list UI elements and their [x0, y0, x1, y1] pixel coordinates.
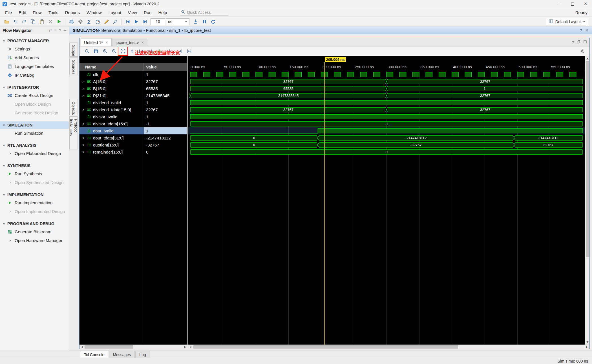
open-project-button[interactable]: [2, 18, 11, 26]
goto-start-button[interactable]: [167, 47, 176, 55]
cursor-time-label[interactable]: 205.004 ns: [325, 57, 346, 62]
zoom-cursor-button[interactable]: [127, 47, 136, 55]
wave-row-dout-tdata-31-0[interactable]: 0-21474181122147418112: [188, 134, 585, 141]
menu-tools[interactable]: Tools: [45, 8, 62, 17]
close-icon[interactable]: ✕: [105, 41, 108, 45]
column-header-name[interactable]: Name: [79, 63, 144, 71]
prev-edge-button[interactable]: [136, 47, 145, 55]
help-icon[interactable]: ?: [580, 28, 582, 33]
name-panel-scrollbar[interactable]: [79, 345, 188, 349]
flow-item-generate-bitstream[interactable]: Generate Bitstream: [0, 227, 69, 236]
flow-item-run-implementation[interactable]: Run Implementation: [0, 198, 69, 207]
restart-button[interactable]: [123, 18, 132, 26]
copy-button[interactable]: [28, 18, 37, 26]
relaunch-button[interactable]: [209, 18, 217, 26]
scroll-up-icon[interactable]: [585, 56, 589, 61]
expand-chevron-icon[interactable]: >: [82, 122, 85, 126]
menu-icon[interactable]: ≡: [54, 28, 57, 32]
signal-row-quotient-15-0[interactable]: >quotient[15:0]-32767: [79, 141, 187, 148]
goto-end-button[interactable]: [176, 47, 185, 55]
layout-selector[interactable]: Default Layout: [546, 18, 588, 25]
tab-messages[interactable]: Messages: [109, 351, 135, 358]
signal-value-cell[interactable]: 1: [144, 99, 187, 106]
flow-item-open-implemented-design[interactable]: >Open Implemented Design: [0, 207, 69, 216]
sum-button[interactable]: [85, 18, 93, 26]
signal-name-cell[interactable]: >P[31:0]: [79, 92, 144, 99]
close-button[interactable]: ✕: [579, 0, 592, 8]
expand-chevron-icon[interactable]: >: [82, 94, 85, 98]
wave-row-quotient-15-0[interactable]: 0-3276732767: [188, 141, 585, 148]
minimize-icon[interactable]: ─: [64, 28, 66, 32]
flow-section-header-implementation[interactable]: ∨IMPLEMENTATION: [0, 191, 69, 198]
signal-value-cell[interactable]: 0: [144, 148, 187, 156]
scrollbar-thumb[interactable]: [193, 345, 458, 349]
side-tab-scope[interactable]: Scope: [69, 43, 78, 57]
wave-row-divisor-tvalid[interactable]: [188, 113, 585, 120]
swap-cursor-button[interactable]: [185, 47, 194, 55]
waveform-scrollbar[interactable]: [188, 345, 589, 349]
signal-value-cell[interactable]: 32767: [144, 106, 187, 113]
menu-run[interactable]: Run: [140, 8, 155, 17]
signal-value-cell[interactable]: 1: [144, 113, 187, 120]
signal-row-dividend-tdata-15-0[interactable]: >dividend_tdata[15:0]32767: [79, 106, 187, 113]
signal-value-cell[interactable]: -32767: [144, 141, 187, 148]
signal-name-cell[interactable]: >quotient[15:0]: [79, 141, 144, 148]
time-cursor[interactable]: [324, 62, 325, 345]
float-window-icon[interactable]: [577, 40, 580, 45]
signal-name-cell[interactable]: dout_tvalid: [79, 127, 144, 134]
undo-button[interactable]: [11, 18, 20, 26]
side-tab-protocol-instances[interactable]: Protocol Instances: [69, 116, 78, 149]
flow-item-open-synthesized-design[interactable]: >Open Synthesized Design: [0, 178, 69, 187]
menu-edit[interactable]: Edit: [15, 8, 29, 17]
settings-button[interactable]: [76, 18, 85, 26]
pause-button[interactable]: [200, 18, 209, 26]
zoom-in-button[interactable]: [100, 47, 109, 55]
expand-chevron-icon[interactable]: >: [82, 108, 85, 112]
flow-item-run-simulation[interactable]: Run Simulation: [0, 129, 69, 137]
wave-settings-gear-icon[interactable]: [578, 47, 587, 55]
help-icon[interactable]: ?: [59, 28, 61, 32]
menu-window[interactable]: Window: [83, 8, 105, 17]
add-item-button[interactable]: [154, 47, 164, 55]
signal-row-dividend-tvalid[interactable]: dividend_tvalid1: [79, 99, 187, 106]
next-edge-button[interactable]: [145, 47, 154, 55]
signal-value-cell[interactable]: 65535: [144, 85, 187, 92]
signal-name-cell[interactable]: divisor_tvalid: [79, 113, 144, 120]
tab-ipcore-test-v[interactable]: ipcore_test.v ✕: [112, 39, 147, 46]
expand-chevron-icon[interactable]: >: [82, 143, 85, 147]
scroll-left-icon[interactable]: [188, 345, 193, 349]
wave-row-clk[interactable]: [188, 71, 585, 78]
run-all-button[interactable]: [132, 18, 141, 26]
scroll-right-icon[interactable]: [183, 345, 187, 349]
redo-button[interactable]: [20, 18, 28, 26]
expand-chevron-icon[interactable]: >: [82, 136, 85, 140]
board-button[interactable]: [67, 18, 76, 26]
signal-value-cell[interactable]: 32767: [144, 78, 187, 85]
side-tab-sources[interactable]: Sources: [69, 57, 78, 75]
flow-section-header-project-manager[interactable]: ∨PROJECT MANAGER: [0, 37, 69, 45]
tab-tcl-console[interactable]: Tcl Console: [80, 351, 108, 358]
signal-name-cell[interactable]: >remainder[15:0]: [79, 148, 144, 156]
flow-section-header-simulation[interactable]: ∨SIMULATION: [0, 121, 69, 129]
step-button[interactable]: [191, 18, 200, 26]
delete-button[interactable]: [46, 18, 55, 26]
scroll-right-icon[interactable]: [585, 345, 589, 349]
zoom-out-button[interactable]: [109, 47, 118, 55]
signal-row-b-15-0[interactable]: >B[15:0]65535: [79, 85, 187, 92]
signal-name-cell[interactable]: >B[15:0]: [79, 85, 144, 92]
signal-value-cell[interactable]: -2147418112: [144, 134, 187, 141]
expand-chevron-icon[interactable]: >: [82, 150, 85, 154]
vertical-scrollbar[interactable]: [585, 56, 589, 345]
signal-name-cell[interactable]: >divisor_tdata[15:0]: [79, 120, 144, 127]
help-icon[interactable]: ?: [572, 40, 574, 45]
wave-row-divisor-tdata-15-0[interactable]: -1: [188, 120, 585, 127]
signal-row-divisor-tdata-15-0[interactable]: >divisor_tdata[15:0]-1: [79, 120, 187, 127]
quick-access-search[interactable]: Quick Access: [180, 9, 228, 15]
menu-layout[interactable]: Layout: [105, 8, 125, 17]
maximize-button[interactable]: [566, 0, 579, 8]
signal-value-cell[interactable]: 1: [144, 127, 187, 134]
signal-row-divisor-tvalid[interactable]: divisor_tvalid1: [79, 113, 187, 120]
signal-value-cell[interactable]: 1: [144, 71, 187, 78]
signal-name-cell[interactable]: clk: [79, 71, 144, 78]
flow-section-header-program-and-debug[interactable]: ∨PROGRAM AND DEBUG: [0, 220, 69, 227]
